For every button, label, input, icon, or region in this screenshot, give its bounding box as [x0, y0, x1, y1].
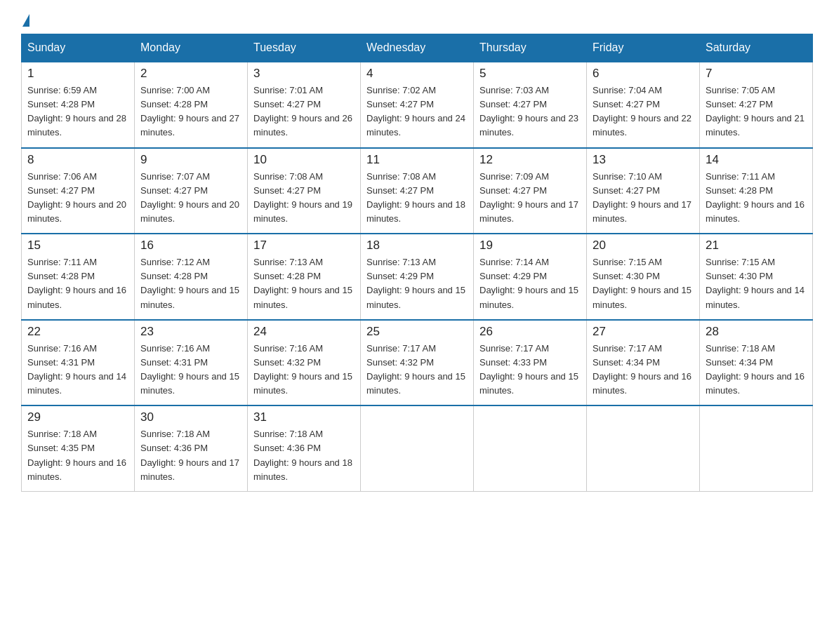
- day-number: 23: [140, 325, 241, 339]
- day-number: 15: [27, 239, 128, 253]
- day-info: Sunrise: 7:18 AM Sunset: 4:36 PM Dayligh…: [140, 427, 241, 484]
- day-number: 19: [479, 239, 581, 253]
- day-number: 7: [706, 67, 807, 81]
- calendar-cell: 25 Sunrise: 7:17 AM Sunset: 4:32 PM Dayl…: [361, 320, 474, 406]
- calendar-header-thursday: Thursday: [474, 34, 587, 62]
- calendar-cell: 3 Sunrise: 7:01 AM Sunset: 4:27 PM Dayli…: [248, 62, 361, 148]
- day-number: 16: [140, 239, 241, 253]
- day-number: 13: [593, 153, 694, 167]
- calendar-cell: 7 Sunrise: 7:05 AM Sunset: 4:27 PM Dayli…: [700, 62, 813, 148]
- calendar-cell: 1 Sunrise: 6:59 AM Sunset: 4:28 PM Dayli…: [22, 62, 135, 148]
- calendar-cell: 16 Sunrise: 7:12 AM Sunset: 4:28 PM Dayl…: [135, 234, 248, 320]
- calendar-cell: 10 Sunrise: 7:08 AM Sunset: 4:27 PM Dayl…: [248, 148, 361, 234]
- day-info: Sunrise: 7:02 AM Sunset: 4:27 PM Dayligh…: [366, 83, 468, 140]
- day-info: Sunrise: 7:12 AM Sunset: 4:28 PM Dayligh…: [140, 255, 241, 312]
- calendar-header-monday: Monday: [135, 34, 248, 62]
- calendar-cell: [587, 405, 700, 491]
- day-info: Sunrise: 7:00 AM Sunset: 4:28 PM Dayligh…: [140, 83, 241, 140]
- day-number: 24: [253, 325, 355, 339]
- day-number: 9: [140, 153, 241, 167]
- day-number: 18: [366, 239, 468, 253]
- calendar-cell: 21 Sunrise: 7:15 AM Sunset: 4:30 PM Dayl…: [700, 234, 813, 320]
- day-info: Sunrise: 7:14 AM Sunset: 4:29 PM Dayligh…: [479, 255, 581, 312]
- calendar-week-row: 8 Sunrise: 7:06 AM Sunset: 4:27 PM Dayli…: [22, 148, 813, 234]
- calendar-cell: 17 Sunrise: 7:13 AM Sunset: 4:28 PM Dayl…: [248, 234, 361, 320]
- calendar-cell: 31 Sunrise: 7:18 AM Sunset: 4:36 PM Dayl…: [248, 405, 361, 491]
- calendar-cell: 14 Sunrise: 7:11 AM Sunset: 4:28 PM Dayl…: [700, 148, 813, 234]
- calendar-header-wednesday: Wednesday: [361, 34, 474, 62]
- calendar-cell: 5 Sunrise: 7:03 AM Sunset: 4:27 PM Dayli…: [474, 62, 587, 148]
- day-info: Sunrise: 7:08 AM Sunset: 4:27 PM Dayligh…: [253, 170, 355, 227]
- day-number: 21: [706, 239, 807, 253]
- day-info: Sunrise: 7:15 AM Sunset: 4:30 PM Dayligh…: [593, 255, 694, 312]
- day-info: Sunrise: 6:59 AM Sunset: 4:28 PM Dayligh…: [27, 83, 128, 140]
- calendar-cell: 2 Sunrise: 7:00 AM Sunset: 4:28 PM Dayli…: [135, 62, 248, 148]
- day-number: 28: [706, 325, 807, 339]
- calendar-cell: [474, 405, 587, 491]
- day-info: Sunrise: 7:06 AM Sunset: 4:27 PM Dayligh…: [27, 170, 128, 227]
- calendar-cell: 24 Sunrise: 7:16 AM Sunset: 4:32 PM Dayl…: [248, 320, 361, 406]
- calendar-week-row: 15 Sunrise: 7:11 AM Sunset: 4:28 PM Dayl…: [22, 234, 813, 320]
- page-header: [21, 14, 813, 27]
- day-number: 3: [253, 67, 355, 81]
- calendar-cell: 9 Sunrise: 7:07 AM Sunset: 4:27 PM Dayli…: [135, 148, 248, 234]
- day-info: Sunrise: 7:13 AM Sunset: 4:29 PM Dayligh…: [366, 255, 468, 312]
- logo-triangle-icon: [22, 14, 29, 27]
- calendar-cell: 6 Sunrise: 7:04 AM Sunset: 4:27 PM Dayli…: [587, 62, 700, 148]
- day-number: 22: [27, 325, 128, 339]
- calendar-cell: 27 Sunrise: 7:17 AM Sunset: 4:34 PM Dayl…: [587, 320, 700, 406]
- day-info: Sunrise: 7:07 AM Sunset: 4:27 PM Dayligh…: [140, 170, 241, 227]
- calendar-cell: 30 Sunrise: 7:18 AM Sunset: 4:36 PM Dayl…: [135, 405, 248, 491]
- calendar-cell: [361, 405, 474, 491]
- calendar-cell: 18 Sunrise: 7:13 AM Sunset: 4:29 PM Dayl…: [361, 234, 474, 320]
- day-number: 10: [253, 153, 355, 167]
- day-info: Sunrise: 7:16 AM Sunset: 4:32 PM Dayligh…: [253, 342, 355, 398]
- day-number: 26: [479, 325, 581, 339]
- day-number: 17: [253, 239, 355, 253]
- calendar-header-tuesday: Tuesday: [248, 34, 361, 62]
- calendar-cell: 28 Sunrise: 7:18 AM Sunset: 4:34 PM Dayl…: [700, 320, 813, 406]
- day-info: Sunrise: 7:18 AM Sunset: 4:36 PM Dayligh…: [253, 427, 355, 484]
- calendar-cell: 22 Sunrise: 7:16 AM Sunset: 4:31 PM Dayl…: [22, 320, 135, 406]
- calendar-week-row: 22 Sunrise: 7:16 AM Sunset: 4:31 PM Dayl…: [22, 320, 813, 406]
- day-number: 5: [479, 67, 581, 81]
- calendar-cell: 29 Sunrise: 7:18 AM Sunset: 4:35 PM Dayl…: [22, 405, 135, 491]
- calendar-cell: 11 Sunrise: 7:08 AM Sunset: 4:27 PM Dayl…: [361, 148, 474, 234]
- calendar-header-saturday: Saturday: [700, 34, 813, 62]
- day-number: 20: [593, 239, 694, 253]
- day-info: Sunrise: 7:17 AM Sunset: 4:34 PM Dayligh…: [593, 342, 694, 398]
- calendar-cell: 20 Sunrise: 7:15 AM Sunset: 4:30 PM Dayl…: [587, 234, 700, 320]
- day-number: 11: [366, 153, 468, 167]
- day-info: Sunrise: 7:11 AM Sunset: 4:28 PM Dayligh…: [27, 255, 128, 312]
- day-info: Sunrise: 7:10 AM Sunset: 4:27 PM Dayligh…: [593, 170, 694, 227]
- day-number: 14: [706, 153, 807, 167]
- calendar-cell: 19 Sunrise: 7:14 AM Sunset: 4:29 PM Dayl…: [474, 234, 587, 320]
- day-number: 31: [253, 410, 355, 424]
- calendar-cell: 13 Sunrise: 7:10 AM Sunset: 4:27 PM Dayl…: [587, 148, 700, 234]
- day-info: Sunrise: 7:01 AM Sunset: 4:27 PM Dayligh…: [253, 83, 355, 140]
- calendar-header-friday: Friday: [587, 34, 700, 62]
- day-number: 30: [140, 410, 241, 424]
- day-info: Sunrise: 7:08 AM Sunset: 4:27 PM Dayligh…: [366, 170, 468, 227]
- calendar-table: SundayMondayTuesdayWednesdayThursdayFrid…: [21, 34, 813, 492]
- calendar-cell: 15 Sunrise: 7:11 AM Sunset: 4:28 PM Dayl…: [22, 234, 135, 320]
- day-info: Sunrise: 7:17 AM Sunset: 4:32 PM Dayligh…: [366, 342, 468, 398]
- calendar-cell: 23 Sunrise: 7:16 AM Sunset: 4:31 PM Dayl…: [135, 320, 248, 406]
- day-number: 29: [27, 410, 128, 424]
- day-info: Sunrise: 7:16 AM Sunset: 4:31 PM Dayligh…: [27, 342, 128, 398]
- day-info: Sunrise: 7:17 AM Sunset: 4:33 PM Dayligh…: [479, 342, 581, 398]
- calendar-header-row: SundayMondayTuesdayWednesdayThursdayFrid…: [22, 34, 813, 62]
- day-number: 25: [366, 325, 468, 339]
- calendar-week-row: 29 Sunrise: 7:18 AM Sunset: 4:35 PM Dayl…: [22, 405, 813, 491]
- calendar-week-row: 1 Sunrise: 6:59 AM Sunset: 4:28 PM Dayli…: [22, 62, 813, 148]
- day-info: Sunrise: 7:13 AM Sunset: 4:28 PM Dayligh…: [253, 255, 355, 312]
- day-info: Sunrise: 7:03 AM Sunset: 4:27 PM Dayligh…: [479, 83, 581, 140]
- day-info: Sunrise: 7:05 AM Sunset: 4:27 PM Dayligh…: [706, 83, 807, 140]
- calendar-cell: [700, 405, 813, 491]
- day-number: 1: [27, 67, 128, 81]
- day-number: 2: [140, 67, 241, 81]
- day-info: Sunrise: 7:15 AM Sunset: 4:30 PM Dayligh…: [706, 255, 807, 312]
- day-info: Sunrise: 7:18 AM Sunset: 4:34 PM Dayligh…: [706, 342, 807, 398]
- calendar-cell: 12 Sunrise: 7:09 AM Sunset: 4:27 PM Dayl…: [474, 148, 587, 234]
- day-number: 6: [593, 67, 694, 81]
